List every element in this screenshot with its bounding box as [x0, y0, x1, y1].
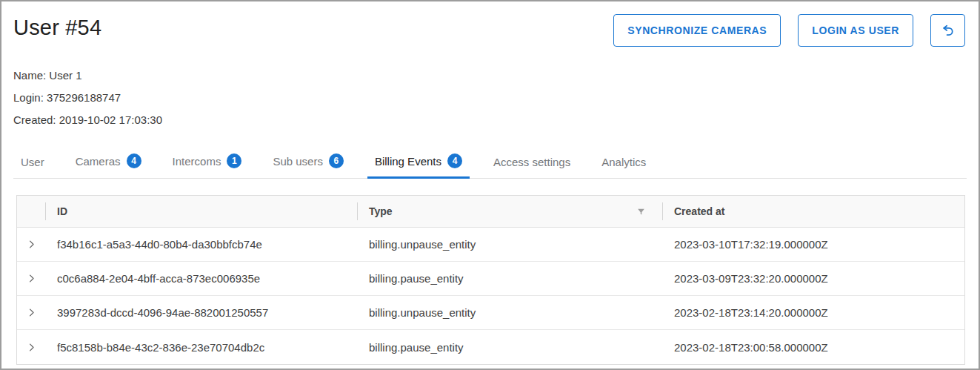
tab-label: Analytics: [601, 156, 646, 168]
tab-label: User: [21, 156, 44, 168]
header-actions: SYNCHRONIZE CAMERAS LOGIN AS USER: [613, 14, 965, 47]
cell-type: billing.pause_entity: [357, 262, 662, 295]
filter-icon[interactable]: [636, 207, 646, 217]
table-row[interactable]: f34b16c1-a5a3-44d0-80b4-da30bbfcb74e bil…: [17, 228, 964, 262]
cell-id: f5c8158b-b84e-43c2-836e-23e70704db2c: [45, 330, 357, 364]
tab-label: Billing Events: [375, 155, 441, 168]
expand-chevron-icon[interactable]: [17, 330, 45, 364]
tab-access-settings[interactable]: Access settings: [486, 150, 578, 179]
undo-arrow-icon: [940, 22, 956, 39]
tab-label: Sub users: [273, 155, 323, 168]
table-row[interactable]: c0c6a884-2e04-4bff-acca-873ec006935e bil…: [17, 262, 964, 296]
billing-events-table: ID Type Created at f34b16c1-a5a3-44d0-80…: [16, 195, 965, 365]
user-info-block: Name: User 1 Login: 375296188747 Created…: [1, 47, 979, 131]
created-at-column-header: Created at: [662, 196, 964, 227]
type-column-header: Type: [357, 196, 662, 227]
cell-created-at: 2023-02-18T23:14:20.000000Z: [662, 296, 964, 329]
table-header-row: ID Type Created at: [17, 196, 964, 228]
tab-cameras[interactable]: Cameras 4: [68, 148, 149, 179]
user-detail-page: User #54 SYNCHRONIZE CAMERAS LOGIN AS US…: [0, 0, 980, 370]
cell-created-at: 2023-03-10T17:32:19.000000Z: [662, 228, 964, 261]
tab-count-badge: 4: [127, 153, 141, 168]
tab-count-badge: 1: [227, 153, 241, 168]
expand-column-header: [17, 196, 45, 227]
synchronize-cameras-button[interactable]: SYNCHRONIZE CAMERAS: [613, 14, 781, 47]
page-header: User #54 SYNCHRONIZE CAMERAS LOGIN AS US…: [1, 1, 979, 47]
cell-created-at: 2023-03-09T23:32:20.000000Z: [662, 262, 964, 295]
page-title: User #54: [13, 14, 101, 40]
login-as-user-button[interactable]: LOGIN AS USER: [798, 14, 913, 47]
tab-count-badge: 4: [447, 153, 462, 168]
table-row[interactable]: f5c8158b-b84e-43c2-836e-23e70704db2c bil…: [17, 330, 964, 364]
expand-chevron-icon[interactable]: [17, 228, 45, 261]
tab-user[interactable]: User: [13, 150, 52, 179]
tab-bar: User Cameras 4 Intercoms 1 Sub users 6 B…: [13, 148, 967, 179]
user-login-line: Login: 375296188747: [13, 87, 967, 109]
cell-id: f34b16c1-a5a3-44d0-80b4-da30bbfcb74e: [45, 228, 357, 261]
user-name-line: Name: User 1: [13, 65, 967, 87]
tab-analytics[interactable]: Analytics: [594, 150, 653, 179]
tab-sub-users[interactable]: Sub users 6: [265, 148, 351, 179]
table-row[interactable]: 3997283d-dccd-4096-94ae-882001250557 bil…: [17, 296, 964, 330]
cell-id: c0c6a884-2e04-4bff-acca-873ec006935e: [45, 262, 357, 295]
tab-label: Access settings: [493, 156, 570, 168]
cell-created-at: 2023-02-18T23:00:58.000000Z: [662, 330, 964, 364]
cell-id: 3997283d-dccd-4096-94ae-882001250557: [45, 296, 357, 329]
tab-label: Cameras: [76, 155, 121, 168]
tab-intercoms[interactable]: Intercoms 1: [165, 148, 250, 179]
cell-type: billing.unpause_entity: [357, 228, 662, 261]
user-created-line: Created: 2019-10-02 17:03:30: [13, 109, 967, 131]
tab-label: Intercoms: [173, 155, 221, 168]
tab-count-badge: 6: [329, 153, 344, 168]
cell-type: billing.pause_entity: [357, 330, 662, 364]
tab-billing-events[interactable]: Billing Events 4: [367, 148, 470, 179]
id-column-header: ID: [45, 196, 357, 227]
back-button[interactable]: [930, 14, 965, 47]
expand-chevron-icon[interactable]: [17, 262, 45, 295]
expand-chevron-icon[interactable]: [17, 296, 45, 329]
cell-type: billing.unpause_entity: [357, 296, 662, 329]
